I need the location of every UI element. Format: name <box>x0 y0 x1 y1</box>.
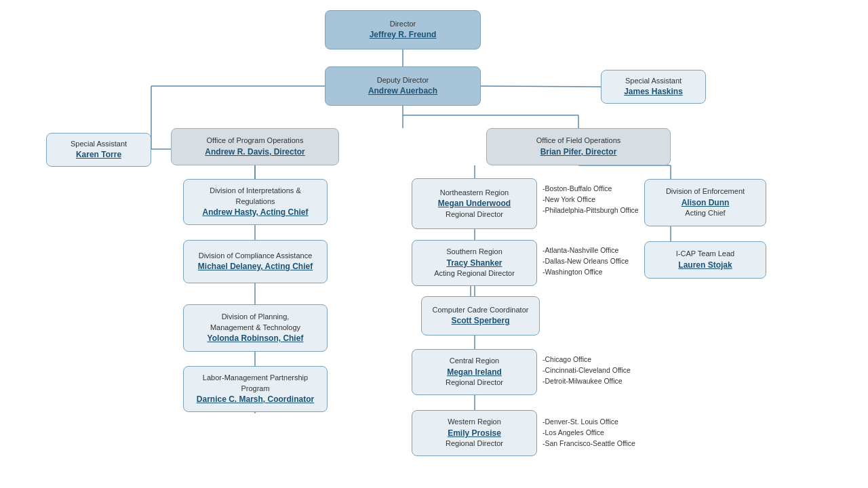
icap-name[interactable]: Lauren Stojak <box>678 260 732 271</box>
enforcement-role: Acting Chief <box>685 208 725 218</box>
karen-title: Special Assistant <box>71 139 127 149</box>
div-interp-title: Division of Interpretations & Regulation… <box>210 186 301 207</box>
org-chart: Director Jeffrey R. Freund Deputy Direct… <box>0 0 868 488</box>
cadre-name[interactable]: Scott Sperberg <box>451 315 509 327</box>
special-asst-james-node: Special Assistant James Haskins <box>601 70 706 104</box>
field-ops-title: Office of Field Operations <box>536 136 621 146</box>
icap-node: I-CAP Team Lead Lauren Stojak <box>644 241 766 279</box>
div-planning-node: Division of Planning, Management & Techn… <box>183 304 328 352</box>
program-ops-title: Office of Program Operations <box>207 136 304 146</box>
western-node: Western Region Emily Prosise Regional Di… <box>412 410 537 456</box>
southern-title: Southern Region <box>446 247 502 257</box>
field-ops-name[interactable]: Brian Pifer, Director <box>540 146 617 158</box>
field-ops-node: Office of Field Operations Brian Pifer, … <box>486 128 671 165</box>
enforcement-name[interactable]: Alison Dunn <box>682 197 730 209</box>
central-name[interactable]: Megan Ireland <box>447 367 502 378</box>
central-offices: -Chicago Office -Cincinnati-Cleveland Of… <box>542 354 631 386</box>
southern-role: Acting Regional Director <box>434 268 515 279</box>
western-name[interactable]: Emily Prosise <box>448 428 501 439</box>
div-interp-node: Division of Interpretations & Regulation… <box>183 179 328 225</box>
deputy-node: Deputy Director Andrew Auerbach <box>325 66 481 106</box>
div-planning-name[interactable]: Yolonda Robinson, Chief <box>208 333 304 344</box>
director-title: Director <box>390 19 416 29</box>
div-compliance-node: Division of Compliance Assistance Michae… <box>183 240 328 283</box>
northeast-role: Regional Director <box>446 209 503 220</box>
central-title: Central Region <box>450 356 499 366</box>
western-role: Regional Director <box>446 439 503 449</box>
div-enforcement-node: Division of Enforcement Alison Dunn Acti… <box>644 179 766 226</box>
svg-line-1 <box>481 86 601 87</box>
div-interp-name[interactable]: Andrew Hasty, Acting Chief <box>202 207 308 218</box>
northeast-offices: -Boston-Buffalo Office -New York Office … <box>542 184 639 216</box>
div-compliance-title: Division of Compliance Assistance <box>199 251 313 261</box>
southern-node: Southern Region Tracy Shanker Acting Reg… <box>412 240 537 286</box>
southern-offices: -Atlanta-Nashville Office -Dallas-New Or… <box>542 245 629 277</box>
enforcement-title: Division of Enforcement <box>666 186 745 197</box>
western-title: Western Region <box>448 417 501 427</box>
director-name[interactable]: Jeffrey R. Freund <box>370 29 437 41</box>
div-planning-title: Division of Planning, Management & Techn… <box>210 312 300 333</box>
central-node: Central Region Megan Ireland Regional Di… <box>412 349 537 395</box>
div-compliance-name[interactable]: Michael Delaney, Acting Chief <box>198 261 313 272</box>
director-node: Director Jeffrey R. Freund <box>325 10 481 49</box>
southern-name[interactable]: Tracy Shanker <box>446 258 502 269</box>
northeast-name[interactable]: Megan Underwood <box>438 198 511 209</box>
central-role: Regional Director <box>446 378 503 388</box>
james-name[interactable]: James Haskins <box>624 86 683 98</box>
icap-title: I-CAP Team Lead <box>676 249 734 259</box>
western-offices: -Denver-St. Louis Office -Los Angeles Of… <box>542 417 635 449</box>
computer-cadre-node: Computer Cadre Coordinator Scott Sperber… <box>421 296 540 336</box>
labor-mgmt-title: Labor-Management Partnership Program <box>203 373 308 394</box>
james-title: Special Assistant <box>625 76 682 86</box>
deputy-title: Deputy Director <box>377 75 429 85</box>
special-asst-karen-node: Special Assistant Karen Torre <box>46 133 151 167</box>
northeast-node: Northeastern Region Megan Underwood Regi… <box>412 178 537 229</box>
program-ops-node: Office of Program Operations Andrew R. D… <box>171 128 339 165</box>
labor-mgmt-name[interactable]: Darnice C. Marsh, Coordinator <box>197 394 314 405</box>
northeast-title: Northeastern Region <box>440 188 509 198</box>
cadre-title: Computer Cadre Coordinator <box>433 305 529 315</box>
program-ops-name[interactable]: Andrew R. Davis, Director <box>205 146 304 158</box>
labor-mgmt-node: Labor-Management Partnership Program Dar… <box>183 366 328 412</box>
deputy-name[interactable]: Andrew Auerbach <box>368 85 437 97</box>
karen-name[interactable]: Karen Torre <box>76 149 121 161</box>
